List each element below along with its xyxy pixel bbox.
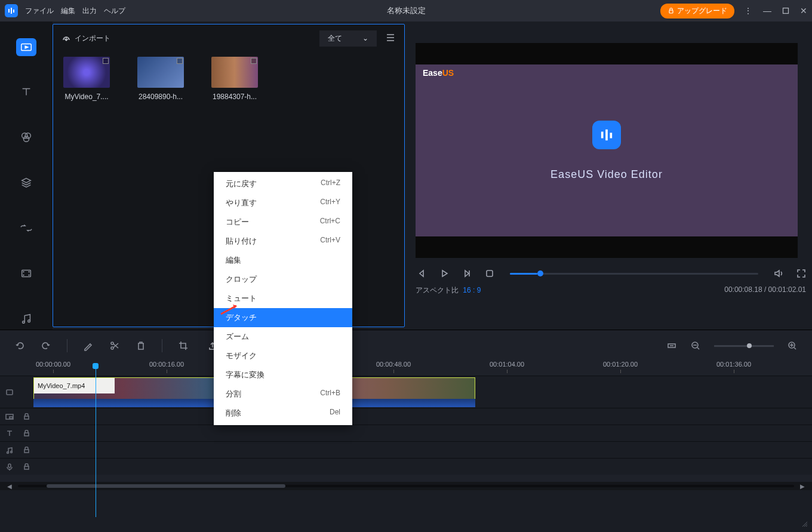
product-logo-icon: [592, 121, 621, 149]
context-menu-item[interactable]: 編集: [214, 251, 352, 270]
fullscreen-button[interactable]: [795, 267, 807, 279]
delete-tool[interactable]: [136, 340, 146, 351]
menu-output[interactable]: 出力: [82, 6, 97, 16]
lock-icon[interactable]: [19, 430, 33, 436]
import-button[interactable]: インポート: [61, 33, 110, 44]
resize-grip-icon[interactable]: [801, 521, 808, 530]
svg-point-12: [29, 272, 29, 272]
scroll-thumb[interactable]: [47, 484, 285, 488]
lock-icon[interactable]: [19, 463, 33, 470]
svg-point-11: [23, 275, 24, 275]
context-menu-item[interactable]: やり直すCtrl+Y: [214, 193, 352, 213]
media-grid: MyVideo_7.... 28409890-h... 19884307-h..…: [53, 52, 404, 106]
lock-icon[interactable]: [19, 447, 33, 453]
text-track-icon: [0, 429, 19, 438]
sidebar-music[interactable]: [14, 309, 38, 328]
close-button[interactable]: ✕: [800, 6, 807, 16]
maximize-button[interactable]: [782, 6, 789, 16]
context-menu-item[interactable]: 分割Ctrl+B: [214, 385, 352, 404]
media-name: 28409890-h...: [137, 93, 184, 101]
pip-track-icon: [0, 413, 19, 421]
horizontal-scrollbar[interactable]: ◀ ▶: [0, 482, 812, 490]
svg-point-21: [111, 347, 113, 349]
context-menu-item[interactable]: 貼り付けCtrl+V: [214, 232, 352, 251]
fit-width-button[interactable]: [666, 340, 677, 351]
ruler-mark: 00:01:36.00: [716, 361, 751, 373]
zoom-in-button[interactable]: [787, 340, 798, 351]
menu-help[interactable]: ヘルプ: [104, 6, 125, 16]
menu-file[interactable]: ファイル: [25, 6, 54, 16]
context-menu-label: 削除: [226, 408, 241, 419]
play-button[interactable]: [438, 267, 450, 279]
playhead[interactable]: [96, 367, 96, 517]
minimize-button[interactable]: —: [763, 6, 771, 16]
upgrade-label: アップグレード: [677, 6, 727, 16]
upgrade-button[interactable]: アップグレード: [660, 4, 734, 19]
context-menu-label: ズーム: [226, 331, 249, 342]
preview-viewport: EaseUS EaseUS Video Editor: [416, 43, 798, 258]
svg-point-14: [23, 321, 25, 324]
context-menu-item[interactable]: クロップ: [214, 270, 352, 289]
crop-tool[interactable]: [178, 340, 189, 351]
scroll-right-button[interactable]: ▶: [800, 483, 805, 490]
lock-icon[interactable]: [19, 413, 33, 420]
svg-point-31: [11, 451, 13, 453]
media-thumbnail: [211, 57, 258, 88]
svg-rect-19: [487, 270, 493, 276]
sidebar-text[interactable]: [14, 82, 38, 102]
next-frame-button[interactable]: [461, 267, 473, 279]
split-tool[interactable]: [109, 340, 120, 351]
video-track[interactable]: MyVideo_7.mp4: [0, 376, 812, 408]
undo-button[interactable]: [14, 340, 25, 351]
zoom-slider[interactable]: [714, 345, 774, 347]
sidebar-media[interactable]: [16, 38, 36, 56]
context-menu-item[interactable]: コピーCtrl+C: [214, 213, 352, 232]
zoom-out-button[interactable]: [690, 340, 701, 351]
timeline-ruler[interactable]: 00:00:00.00 00:00:16.00 00:00:48.00 00:0…: [0, 358, 812, 376]
view-list-icon[interactable]: [385, 32, 396, 45]
pip-track[interactable]: [0, 408, 812, 425]
svg-rect-4: [783, 8, 789, 14]
media-item[interactable]: 28409890-h...: [137, 57, 184, 101]
sidebar-overlay[interactable]: [14, 173, 38, 192]
sidebar-filter[interactable]: [14, 128, 38, 147]
aspect-ratio-value[interactable]: 16 : 9: [463, 286, 481, 294]
volume-button[interactable]: [773, 267, 785, 279]
sidebar: [0, 21, 53, 330]
seek-bar[interactable]: [510, 273, 758, 275]
svg-point-10: [23, 272, 24, 272]
context-menu-label: 分割: [226, 389, 241, 399]
scroll-left-button[interactable]: ◀: [7, 483, 12, 490]
context-menu-label: 編集: [226, 255, 241, 266]
context-menu-item[interactable]: ズーム: [214, 327, 352, 346]
context-menu-shortcut: Ctrl+B: [320, 389, 340, 399]
media-item[interactable]: 19884307-h...: [211, 57, 259, 101]
context-menu-item[interactable]: 元に戻すCtrl+Z: [214, 174, 352, 193]
text-track[interactable]: [0, 425, 812, 441]
media-filter-select[interactable]: 全て ⌄: [319, 30, 377, 47]
media-filter-value: 全て: [328, 33, 342, 44]
media-item[interactable]: MyVideo_7....: [63, 57, 110, 101]
sidebar-transition[interactable]: [14, 219, 38, 238]
svg-point-20: [111, 342, 113, 345]
edit-tool[interactable]: [83, 340, 94, 351]
context-menu-item[interactable]: モザイク: [214, 346, 352, 365]
more-button[interactable]: ⋮: [744, 6, 752, 16]
mic-track-icon: [0, 463, 19, 471]
svg-rect-9: [22, 270, 31, 277]
redo-button[interactable]: [41, 340, 51, 351]
voiceover-track[interactable]: [0, 458, 812, 475]
menu-edit[interactable]: 編集: [61, 6, 75, 16]
context-menu-shortcut: Ctrl+Y: [320, 198, 340, 208]
ruler-mark: 00:01:04.00: [490, 361, 524, 373]
sidebar-element[interactable]: [14, 264, 38, 283]
context-menu-shortcut: Ctrl+V: [320, 236, 340, 247]
svg-rect-0: [8, 9, 10, 13]
context-menu-item[interactable]: 削除Del: [214, 404, 352, 423]
context-menu-item[interactable]: 字幕に変換: [214, 365, 352, 385]
stop-button[interactable]: [484, 267, 496, 279]
ruler-mark: 00:00:00.00: [36, 361, 70, 373]
svg-point-8: [23, 136, 29, 142]
music-track[interactable]: [0, 441, 812, 458]
prev-frame-button[interactable]: [416, 267, 427, 279]
